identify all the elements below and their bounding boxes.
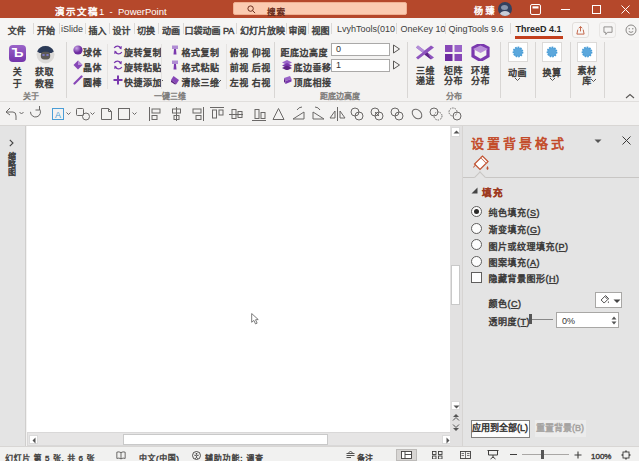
svg-text:A: A — [55, 110, 61, 120]
